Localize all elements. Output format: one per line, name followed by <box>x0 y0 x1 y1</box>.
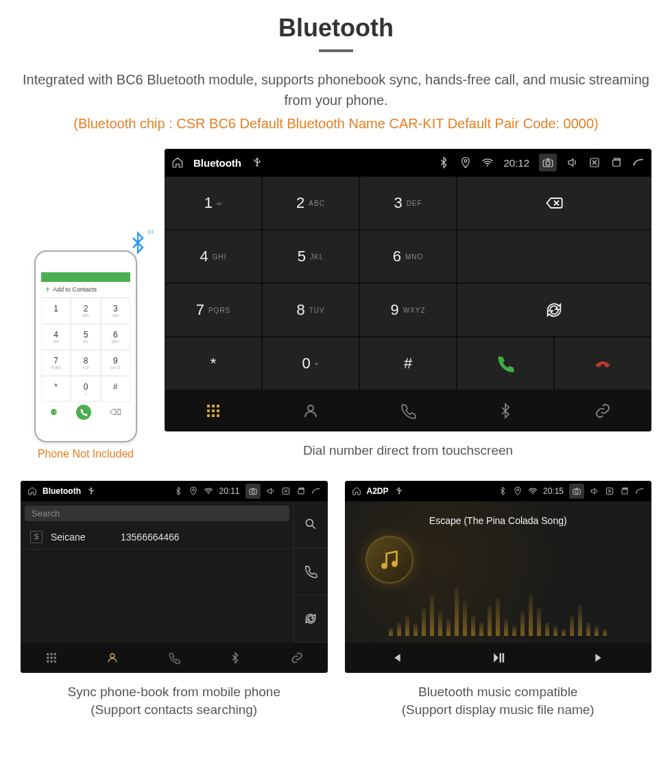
contact-name: Seicane <box>51 532 112 543</box>
eq-bar <box>405 615 409 636</box>
music-controls <box>345 643 652 673</box>
dialpad-key-0[interactable]: 0+ <box>262 337 359 390</box>
dialpad-key-8[interactable]: 8TUV <box>262 283 359 337</box>
dialpad-key-*[interactable]: * <box>165 337 262 390</box>
page-subtitle: Integrated with BC6 Bluetooth module, su… <box>21 69 651 110</box>
dialer-caption: Dial number direct from touchscreen <box>165 442 651 460</box>
dialpad-key-6[interactable]: 6MNO <box>359 230 457 283</box>
statusbar-title: Bluetooth <box>193 157 241 169</box>
bluetooth-spec-line: (Bluetooth chip : CSR BC6 Default Blueto… <box>21 116 651 132</box>
sync-button[interactable] <box>457 283 651 337</box>
prev-track-button[interactable] <box>345 643 447 673</box>
contact-row[interactable]: SSeicane13566664466 <box>21 525 293 549</box>
tab-pair[interactable] <box>266 643 328 673</box>
contact-number: 13566664466 <box>121 532 180 543</box>
dialpad-key-1[interactable]: 1∞ <box>165 176 262 230</box>
empty-cell <box>457 230 651 283</box>
phone-key: 3DEF <box>101 298 130 324</box>
phone-key: * <box>41 376 71 402</box>
tab-keypad[interactable] <box>21 643 82 673</box>
music-statusbar: A2DP 20:15 <box>345 481 652 501</box>
phone-key: 9WXYZ <box>101 350 130 376</box>
eq-bar <box>389 628 393 636</box>
back-icon[interactable] <box>635 486 645 496</box>
phone-statusbar <box>41 272 130 282</box>
dialpad-key-9[interactable]: 9WXYZ <box>359 283 457 337</box>
close-app-icon[interactable] <box>281 486 291 496</box>
contacts-caption: Sync phone-book from mobile phone (Suppo… <box>21 683 328 720</box>
dialer-statusbar: Bluetooth 20:12 <box>165 149 651 176</box>
eq-bar <box>553 626 557 636</box>
statusbar-time: 20:15 <box>543 486 564 496</box>
dialer-keypad: 1∞2ABC3DEF4GHI5JKL6MNO7PQRS8TUV9WXYZ*0+# <box>165 176 651 390</box>
recent-apps-icon[interactable] <box>296 486 306 496</box>
home-icon[interactable] <box>27 486 37 496</box>
eq-bar <box>512 626 516 636</box>
home-icon[interactable] <box>171 156 184 169</box>
statusbar-title: Bluetooth <box>43 486 81 496</box>
contacts-call-button[interactable] <box>294 548 328 595</box>
phone-key: 0+ <box>71 376 100 402</box>
location-icon <box>189 486 198 496</box>
eq-bar <box>545 622 549 636</box>
camera-icon[interactable] <box>245 484 261 499</box>
statusbar-time: 20:12 <box>503 157 529 169</box>
usb-icon <box>251 156 263 169</box>
dialpad-key-7[interactable]: 7PQRS <box>165 283 262 337</box>
title-underline <box>319 49 353 52</box>
back-icon[interactable] <box>632 156 645 169</box>
tab-pair[interactable] <box>554 390 651 431</box>
call-button[interactable] <box>457 337 554 390</box>
volume-icon[interactable] <box>566 156 579 169</box>
contacts-search-button[interactable] <box>294 501 328 549</box>
contacts-statusbar: Bluetooth 20:11 <box>21 481 328 501</box>
contact-badge: S <box>30 531 43 543</box>
tab-call-log[interactable] <box>143 643 205 673</box>
dialpad-key-4[interactable]: 4GHI <box>165 230 262 283</box>
next-track-button[interactable] <box>549 643 651 673</box>
eq-bar <box>413 623 418 636</box>
dialpad-key-#[interactable]: # <box>359 337 457 390</box>
tab-contacts[interactable] <box>262 390 359 431</box>
music-device: A2DP 20:15 Escape (The Pina Colada Song) <box>345 481 652 673</box>
close-app-icon[interactable] <box>605 486 614 496</box>
close-app-icon[interactable] <box>588 156 601 169</box>
location-icon <box>459 156 472 169</box>
home-icon[interactable] <box>352 486 361 496</box>
tab-bluetooth[interactable] <box>457 390 554 431</box>
music-track-title: Escape (The Pina Colada Song) <box>429 515 567 526</box>
phone-key: 6MNO <box>101 324 130 350</box>
tab-call-log[interactable] <box>359 390 457 431</box>
eq-bar <box>586 622 590 636</box>
tab-keypad[interactable] <box>165 390 262 431</box>
backspace-button[interactable] <box>457 176 651 230</box>
eq-bar <box>463 602 467 636</box>
back-icon[interactable] <box>311 486 321 496</box>
location-icon <box>513 486 523 496</box>
volume-icon[interactable] <box>590 486 599 496</box>
camera-icon[interactable] <box>539 154 557 171</box>
dialpad-key-3[interactable]: 3DEF <box>359 176 457 230</box>
tab-contacts[interactable] <box>82 643 144 673</box>
bluetooth-icon <box>498 486 507 496</box>
hangup-button[interactable] <box>554 337 651 390</box>
tab-bluetooth[interactable] <box>205 643 267 673</box>
recent-apps-icon[interactable] <box>610 156 623 169</box>
dialpad-key-2[interactable]: 2ABC <box>262 176 359 230</box>
dialpad-key-5[interactable]: 5JKL <box>262 230 359 283</box>
eq-bar <box>488 605 492 636</box>
contacts-sync-button[interactable] <box>294 595 328 643</box>
camera-icon[interactable] <box>569 484 584 499</box>
contacts-search-input[interactable]: Search <box>25 506 289 521</box>
phone-key: 1 <box>41 298 71 324</box>
phone-key: 5JKL <box>71 324 100 350</box>
recent-apps-icon[interactable] <box>620 486 629 496</box>
eq-bar <box>479 622 483 636</box>
page-title: Bluetooth <box>21 14 651 43</box>
phone-key: 8TUV <box>71 350 100 376</box>
volume-icon[interactable] <box>266 486 276 496</box>
eq-bar <box>520 612 525 636</box>
phone-backspace-icon: ⌫ <box>110 407 121 417</box>
wifi-icon <box>481 156 494 169</box>
play-pause-button[interactable] <box>447 643 549 673</box>
